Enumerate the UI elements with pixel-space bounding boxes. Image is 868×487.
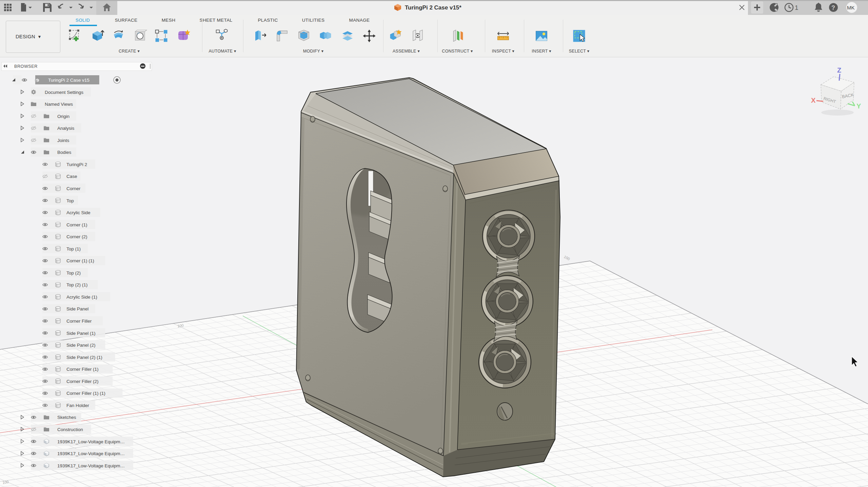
svg-text:Document Settings: Document Settings [45,90,83,95]
svg-text:Top: Top [66,198,74,203]
svg-text:Case: Case [66,174,77,179]
svg-text:Joints: Joints [57,138,70,143]
svg-text:Analysis: Analysis [57,126,75,131]
svg-text:X: X [811,97,816,104]
svg-text:Side Panel: Side Panel [66,306,88,311]
svg-text:TuringPi 2 Case v15: TuringPi 2 Case v15 [48,78,90,83]
svg-text:Construction: Construction [57,427,83,432]
svg-text:TuringPi 2: TuringPi 2 [66,162,87,167]
svg-text:Top (1): Top (1) [66,246,81,251]
svg-text:Sketches: Sketches [57,415,76,420]
svg-text:Top (2) (1): Top (2) (1) [66,282,87,287]
svg-text:1939K17_Low-Voltage Equipm…: 1939K17_Low-Voltage Equipm… [57,439,125,444]
svg-text:Side Panel (2): Side Panel (2) [66,343,96,348]
svg-text:Corner Filler (1) (1): Corner Filler (1) (1) [66,391,105,396]
svg-text:Corner Filler (2): Corner Filler (2) [66,379,99,384]
svg-text:Top (2): Top (2) [66,270,81,276]
svg-text:Bodies: Bodies [57,150,72,155]
svg-text:Named Views: Named Views [45,102,73,107]
svg-text:?: ? [831,4,835,11]
svg-text:Corner Filler: Corner Filler [66,319,92,324]
svg-text:1: 1 [795,4,798,11]
svg-text:Z: Z [837,66,841,74]
svg-text:MK: MK [847,5,855,11]
svg-text:Acrylic Side (1): Acrylic Side (1) [66,295,97,300]
svg-text:Corner (1): Corner (1) [66,222,87,227]
svg-text:Corner: Corner [66,186,81,191]
svg-text:Corner (2): Corner (2) [66,234,87,239]
svg-text:Acrylic Side: Acrylic Side [66,210,91,215]
svg-text:Origin: Origin [57,114,70,119]
svg-text:1939K17_Low-Voltage Equipm…: 1939K17_Low-Voltage Equipm… [57,463,125,468]
svg-text:Corner Filler (1): Corner Filler (1) [66,367,99,372]
svg-text:Side Panel (2) (1): Side Panel (2) (1) [66,355,102,360]
svg-text:Fan Holder: Fan Holder [66,403,89,408]
svg-text:1939K17_Low-Voltage Equipm…: 1939K17_Low-Voltage Equipm… [57,451,125,456]
svg-text:Y: Y [856,102,861,110]
svg-text:100: 100 [177,323,184,328]
svg-text:Corner (1) (1): Corner (1) (1) [66,258,94,263]
svg-text:Side Panel (1): Side Panel (1) [66,331,96,336]
